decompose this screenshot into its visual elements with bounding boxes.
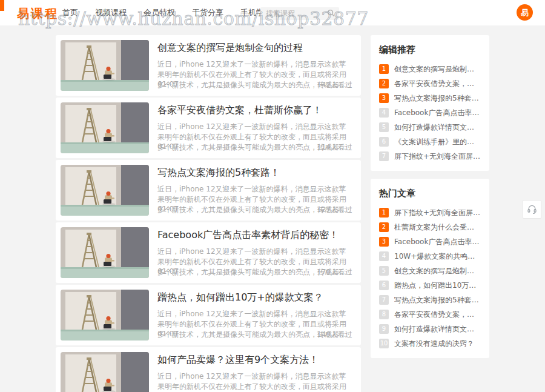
article-title[interactable]: 创意文案的撰写是炮制金句的过程: [157, 42, 352, 55]
hot-article-item[interactable]: 6 蹭热点，如何蹭出10万+的爆款文案？: [379, 278, 481, 293]
widget-title: 编辑推荐: [379, 44, 481, 56]
hot-article-item[interactable]: 10 文案有没有速成的决窍？: [379, 336, 481, 351]
recommend-item-label[interactable]: 各家平安夜借势文案，杜蕾斯你赢了！: [394, 79, 481, 89]
rank-badge: 4: [379, 251, 389, 261]
article-date: 01-07: [157, 330, 179, 340]
article-date: 01-07: [157, 80, 179, 90]
recommend-item-label[interactable]: Facebook广告高点击率素材背后的...: [394, 108, 481, 118]
article-card[interactable]: 写热点文案海报的5种套路！ 近日，iPhone 12又迎来了一波新的爆料，消息显…: [56, 160, 361, 221]
article-date: 01-07: [157, 205, 179, 215]
recommend-item[interactable]: 7 屏下指纹+无刘海全面屏，iPhone 1...: [379, 149, 481, 164]
nav-item-video-courses[interactable]: 视频课程: [95, 7, 127, 18]
hot-article-item[interactable]: 4 10W+爆款文案的共鸣感，究竟是什...: [379, 249, 481, 264]
article-views: 140人看过: [317, 330, 352, 340]
corner-accent-strip: [0, 0, 4, 11]
hot-article-label[interactable]: 杜蕾斯文案为什么会受到大众追捧？: [394, 222, 481, 233]
recommend-item-label[interactable]: 如何打造爆款详情页文案？只需做好...: [394, 122, 481, 133]
article-card[interactable]: 各家平安夜借势文案，杜蕾斯你赢了！ 近日，iPhone 12又迎来了一波新的爆料…: [56, 98, 361, 158]
recommend-item-label[interactable]: 《文案训练手册》里的文案技巧！: [394, 137, 481, 147]
rank-badge: 3: [379, 237, 389, 247]
recommend-item[interactable]: 3 写热点文案海报的5种套路！: [379, 91, 481, 105]
headset-icon: [527, 204, 537, 214]
user-site-badge[interactable]: 易: [517, 4, 533, 21]
search-box: [260, 7, 339, 19]
hot-article-item[interactable]: 1 屏下指纹+无刘海全面屏，iPhone 1...: [379, 205, 481, 220]
rank-badge: 5: [379, 122, 389, 132]
nav-item-tips-share[interactable]: 干货分享: [192, 7, 223, 18]
article-thumbnail[interactable]: [61, 227, 149, 278]
article-views: 127人看过: [317, 205, 352, 215]
rank-badge: 1: [379, 64, 389, 74]
hot-article-label[interactable]: 写热点文案海报的5种套路！: [394, 295, 481, 305]
top-header: 易课程 首页 视频课程 会员特权 干货分享 手机学课 易: [0, 0, 545, 25]
article-card[interactable]: Facebook广告高点击率素材背后的秘密！ 近日，iPhone 12又迎来了一…: [56, 222, 361, 283]
rank-badge: 3: [379, 93, 389, 103]
hot-article-item[interactable]: 5 创意文案的撰写是炮制金句的过程: [379, 264, 481, 278]
recommend-item[interactable]: 6 《文案训练手册》里的文案技巧！: [379, 135, 481, 149]
rank-badge: 2: [379, 222, 389, 232]
rank-badge: 1: [379, 208, 389, 218]
article-date: 01-07: [157, 142, 179, 153]
rank-badge: 4: [379, 108, 389, 118]
rank-badge: 7: [379, 151, 389, 161]
hot-article-label[interactable]: 如何打造爆款详情页文案？只需做好...: [394, 324, 481, 334]
article-thumbnail[interactable]: [61, 102, 149, 153]
hot-article-label[interactable]: 文案有没有速成的决窍？: [394, 339, 474, 349]
nav-item-home[interactable]: 首页: [62, 7, 78, 18]
article-views: 114人看过: [317, 142, 352, 153]
recommend-item-label[interactable]: 写热点文案海报的5种套路！: [394, 93, 481, 104]
hot-article-label[interactable]: 创意文案的撰写是炮制金句的过程: [394, 266, 481, 276]
article-title[interactable]: Facebook广告高点击率素材背后的秘密！: [157, 229, 352, 242]
sidebar: 编辑推荐 1 创意文案的撰写是炮制金句的过程 2 各家平安夜借势文案，杜蕾斯你赢…: [371, 35, 489, 366]
page-container: 创意文案的撰写是炮制金句的过程 近日，iPhone 12又迎来了一波新的爆料，消…: [56, 35, 489, 392]
main-nav: 首页 视频课程 会员特权 干货分享 手机学课: [62, 0, 272, 25]
article-card[interactable]: 如何产品卖爆？这里有9个文案方法！ 近日，iPhone 12又迎来了一波新的爆料…: [56, 347, 361, 392]
recommend-item[interactable]: 2 各家平安夜借势文案，杜蕾斯你赢了！: [379, 76, 481, 91]
recommend-item-label[interactable]: 创意文案的撰写是炮制金句的过程: [394, 64, 481, 75]
article-views: 142人看过: [317, 80, 352, 90]
rank-badge: 6: [379, 137, 389, 147]
hot-article-item[interactable]: 7 写热点文案海报的5种套路！: [379, 293, 481, 307]
article-thumbnail[interactable]: [61, 40, 149, 91]
recommend-item[interactable]: 1 创意文案的撰写是炮制金句的过程: [379, 62, 481, 76]
rank-badge: 6: [379, 281, 389, 290]
rank-badge: 8: [379, 310, 389, 319]
rank-badge: 5: [379, 266, 389, 276]
article-title[interactable]: 蹭热点，如何蹭出10万+的爆款文案？: [157, 291, 352, 304]
article-thumbnail[interactable]: [61, 290, 149, 341]
article-excerpt: 近日，iPhone 12又迎来了一波新的爆料，消息显示这款苹果明年的新机不仅在外…: [157, 371, 352, 392]
widget-title: 热门文章: [379, 188, 481, 199]
article-date: 01-07: [157, 267, 179, 277]
article-thumbnail[interactable]: [61, 165, 149, 216]
hot-article-label[interactable]: 蹭热点，如何蹭出10万+的爆款文案？: [394, 281, 481, 291]
rank-badge: 7: [379, 295, 389, 305]
hot-article-label[interactable]: 屏下指纹+无刘海全面屏，iPhone 1...: [394, 208, 481, 218]
hot-article-item[interactable]: 9 如何打造爆款详情页文案？只需做好...: [379, 322, 481, 336]
site-logo[interactable]: 易课程: [17, 5, 59, 22]
article-title[interactable]: 如何产品卖爆？这里有9个文案方法！: [157, 354, 352, 367]
hot-article-label[interactable]: 各家平安夜借势文案，杜蕾斯你赢了！: [394, 310, 481, 320]
recommend-item[interactable]: 5 如何打造爆款详情页文案？只需做好...: [379, 120, 481, 135]
article-thumbnail[interactable]: [61, 352, 149, 392]
hot-article-item[interactable]: 3 Facebook广告高点击率素材背后的...: [379, 234, 481, 249]
hot-article-label[interactable]: Facebook广告高点击率素材背后的...: [394, 237, 481, 247]
customer-service-button[interactable]: [523, 200, 541, 219]
article-card[interactable]: 创意文案的撰写是炮制金句的过程 近日，iPhone 12又迎来了一波新的爆料，消…: [56, 35, 361, 96]
search-icon[interactable]: [326, 8, 335, 18]
rank-badge: 10: [379, 339, 389, 348]
rank-badge: 2: [379, 79, 389, 88]
hot-article-item[interactable]: 2 杜蕾斯文案为什么会受到大众追捧？: [379, 220, 481, 234]
rank-badge: 9: [379, 324, 389, 334]
nav-item-member-privilege[interactable]: 会员特权: [144, 7, 175, 18]
hot-articles-widget: 热门文章 1 屏下指纹+无刘海全面屏，iPhone 1... 2 杜蕾斯文案为什…: [371, 179, 489, 358]
recommend-item[interactable]: 4 Facebook广告高点击率素材背后的...: [379, 105, 481, 120]
hot-article-label[interactable]: 10W+爆款文案的共鸣感，究竟是什...: [394, 251, 481, 262]
article-list: 创意文案的撰写是炮制金句的过程 近日，iPhone 12又迎来了一波新的爆料，消…: [56, 35, 361, 392]
hot-article-item[interactable]: 8 各家平安夜借势文案，杜蕾斯你赢了！: [379, 307, 481, 322]
article-title[interactable]: 写热点文案海报的5种套路！: [157, 167, 352, 179]
recommend-item-label[interactable]: 屏下指纹+无刘海全面屏，iPhone 1...: [394, 151, 481, 162]
article-card[interactable]: 蹭热点，如何蹭出10万+的爆款文案？ 近日，iPhone 12又迎来了一波新的爆…: [56, 285, 361, 345]
editor-recommend-widget: 编辑推荐 1 创意文案的撰写是炮制金句的过程 2 各家平安夜借势文案，杜蕾斯你赢…: [371, 35, 489, 171]
article-views: 170人看过: [317, 267, 352, 277]
article-title[interactable]: 各家平安夜借势文案，杜蕾斯你赢了！: [157, 104, 352, 117]
